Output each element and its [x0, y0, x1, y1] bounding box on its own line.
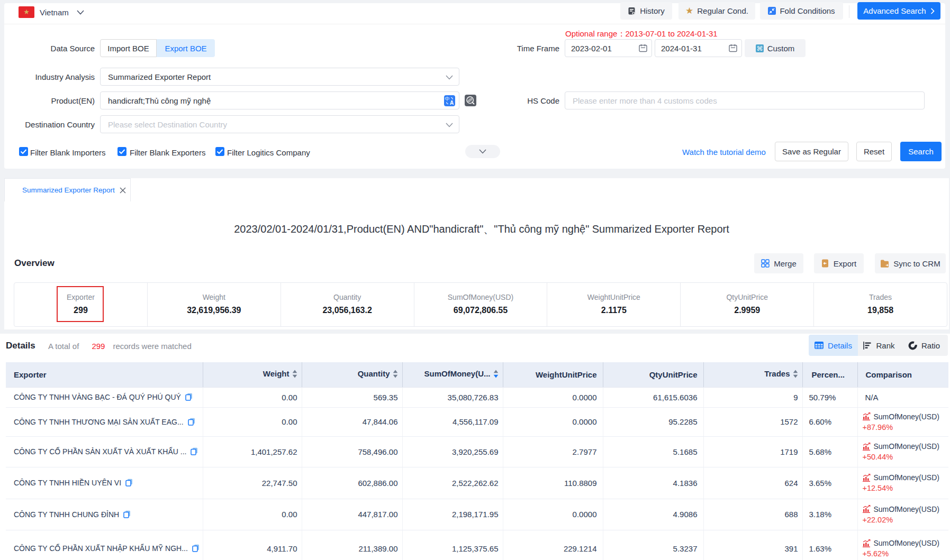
svg-text:A: A [450, 100, 454, 106]
svg-text:⌘: ⌘ [756, 44, 763, 52]
svg-text:中: 中 [445, 96, 450, 102]
